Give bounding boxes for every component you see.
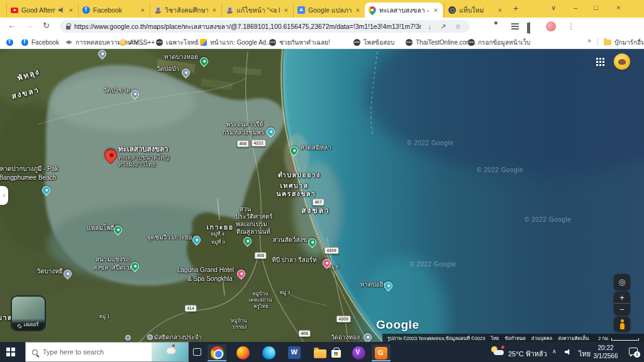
reading-list-icon[interactable]: [511, 23, 519, 30]
tray-expand-icon[interactable]: ∧: [552, 348, 557, 354]
taskbar-search-box[interactable]: Type here to search: [25, 342, 189, 362]
close-icon[interactable]: ×: [433, 6, 439, 14]
graduation-icon: [65, 40, 72, 45]
globe-icon: [353, 39, 360, 46]
copyright-watermark: © 2022 Google: [409, 261, 456, 268]
bookmark-answers[interactable]: ช่วยกันหาคำเฉลย!: [269, 37, 330, 47]
close-icon[interactable]: ×: [140, 6, 146, 14]
taskbar-edge[interactable]: [259, 345, 278, 360]
address-bar[interactable]: https://www.google.co.th/maps/place/ทะเล…: [60, 20, 470, 33]
weather-icon[interactable]: [491, 346, 505, 358]
browser-tab-strip: Good Afterno × Facebook × วิชาสังคมศึกษา…: [0, 0, 644, 18]
bookmark-label: Facebook: [31, 39, 59, 46]
word-icon: [288, 346, 301, 359]
taskbar-word[interactable]: [285, 345, 304, 360]
hotel-label: & Spa Songkhla: [187, 275, 233, 283]
taskbar-store[interactable]: [326, 345, 345, 360]
road-badge: 4222: [252, 140, 266, 146]
tab-audio-icon[interactable]: [58, 7, 65, 13]
bookmark-facebook[interactable]: Facebook: [21, 37, 59, 47]
bookmark-amss[interactable]: AMSS++: [119, 37, 155, 47]
facebook-favicon-icon: [82, 6, 90, 14]
window-maximize-button[interactable]: □: [594, 4, 598, 11]
google-apps-grid-icon[interactable]: [596, 58, 598, 60]
chrome-icon: [211, 346, 224, 359]
back-icon[interactable]: ←: [8, 21, 16, 30]
window-minimize-button[interactable]: –: [574, 4, 577, 11]
taskbar-orange-app[interactable]: [372, 344, 391, 361]
weather-temperature[interactable]: 25°C ฟ้าหลัว: [508, 348, 547, 359]
bookmarks-overflow-icon[interactable]: »: [587, 36, 591, 44]
windows-taskbar: Type here to search 25°C ฟ้าหลัว ∧ ไทย 2…: [0, 342, 644, 362]
window-chevron-icon[interactable]: ∨: [551, 4, 556, 12]
tab-google-translate[interactable]: Google แปลภาษา ×: [293, 3, 365, 18]
bookmark-thaitestonline[interactable]: ThaiTestOnline.com...: [406, 37, 477, 47]
bookmark-label: ช่วยกันหาคำเฉลย!: [279, 38, 330, 47]
other-bookmarks-folder[interactable]: บุ๊กมาร์กอื่นๆ: [604, 37, 644, 47]
speaker-icon[interactable]: [565, 349, 571, 355]
share-icon[interactable]: ↗: [438, 23, 448, 31]
task-view-button[interactable]: [193, 348, 201, 356]
close-icon[interactable]: ×: [211, 6, 218, 14]
close-icon[interactable]: ×: [283, 6, 289, 14]
bookmark-questions[interactable]: เฉพาะโจทย์: [156, 37, 199, 47]
language-indicator[interactable]: ไทย: [579, 348, 591, 359]
road-badge: 408: [299, 330, 311, 337]
tab-facebook[interactable]: Facebook ×: [78, 3, 150, 18]
zoom-control[interactable]: + −: [614, 292, 630, 315]
profile-avatar[interactable]: [546, 21, 556, 31]
close-icon[interactable]: ×: [497, 6, 503, 14]
firefox-icon: [236, 346, 250, 359]
google-account-avatar[interactable]: [614, 53, 630, 70]
feedback-link[interactable]: ส่งความคิดเห็น: [558, 334, 589, 342]
bookmark-star-icon[interactable]: ☆: [452, 23, 464, 31]
close-icon[interactable]: ×: [355, 6, 361, 14]
side-panel-toggle[interactable]: ›: [0, 186, 8, 205]
bookmark-facebook-icon-only[interactable]: [6, 37, 13, 47]
bookmark-post-exam[interactable]: โพสข้อสอบ: [353, 37, 394, 47]
new-tab-button[interactable]: +: [513, 3, 518, 13]
tab-social-studies[interactable]: วิชาสังคมศึกษา - K ×: [150, 3, 221, 18]
search-result-label[interactable]: ทะเลสาบสงขลา ทะเลสาบขนาดใหญ่ ทางฝั่งอ่าว…: [118, 145, 169, 168]
start-button[interactable]: [6, 348, 10, 351]
place-title: ทะเลสาบสงขลา: [118, 145, 169, 154]
tab-new-tab[interactable]: แท็บใหม่ ×: [444, 3, 507, 18]
browser-menu-icon[interactable]: ⋮: [567, 22, 575, 31]
folder-icon: [314, 349, 326, 358]
google-maps-canvas[interactable]: © 2022 Google © 2022 Google © 2022 Googl…: [0, 49, 644, 342]
search-highlight-bird-image[interactable]: [152, 343, 188, 362]
notification-badge: 1: [634, 351, 640, 358]
mosque-dot-pin[interactable]: [147, 334, 153, 340]
forward-icon[interactable]: →: [25, 21, 33, 30]
zoom-in-button[interactable]: +: [614, 292, 630, 304]
pegman-streetview-button[interactable]: [614, 317, 630, 332]
close-icon[interactable]: ×: [68, 6, 74, 14]
clock[interactable]: 20:22 3/1/2566: [590, 344, 621, 360]
bookmark-fill-web-form[interactable]: กรอกข้อมูลหน้าเว็บ: [468, 37, 530, 47]
bookmark-google-ads[interactable]: หน้าแรก: Google Ad...: [200, 37, 272, 47]
map-attribution-bar: รูปภาพ ©2023 TerraMetrics,ข้อมูลแผนที่ ©…: [382, 334, 644, 342]
road-badge: 4309: [325, 247, 339, 254]
privacy-link[interactable]: ส่วนบุคคล: [531, 334, 552, 342]
taskbar-purple-app[interactable]: [349, 345, 368, 360]
mosque-dot-pin[interactable]: [125, 335, 131, 341]
tab-edit-page[interactable]: แก้ไขหน้า "<a href ×: [221, 3, 293, 18]
clock-time: 20:22: [590, 344, 621, 353]
tab-songkhla-lake-active[interactable]: ทะเลสาบสงขลา - G ×: [365, 3, 443, 18]
country-link[interactable]: ไทย: [491, 334, 499, 342]
side-panel-icon[interactable]: [529, 22, 530, 34]
taskbar-firefox[interactable]: [233, 345, 252, 360]
tab-youtube[interactable]: Good Afterno ×: [6, 3, 78, 18]
reload-icon[interactable]: ↻: [43, 21, 50, 30]
my-location-button[interactable]: ◎: [614, 274, 630, 290]
install-icon[interactable]: ↓: [425, 23, 434, 30]
url-text[interactable]: https://www.google.co.th/maps/place/ทะเล…: [74, 21, 421, 32]
village-label: หมู่ 3: [279, 290, 290, 295]
window-close-button[interactable]: ×: [616, 4, 620, 11]
road-badge: 408: [237, 140, 249, 147]
taskbar-chrome[interactable]: [208, 344, 226, 361]
terms-link[interactable]: ข้อกำหนด: [505, 334, 526, 342]
zoom-out-button[interactable]: −: [614, 304, 630, 315]
temple-label: วัดบ่อป่า: [157, 65, 179, 73]
layers-widget[interactable]: เลเยอร์: [11, 295, 46, 331]
